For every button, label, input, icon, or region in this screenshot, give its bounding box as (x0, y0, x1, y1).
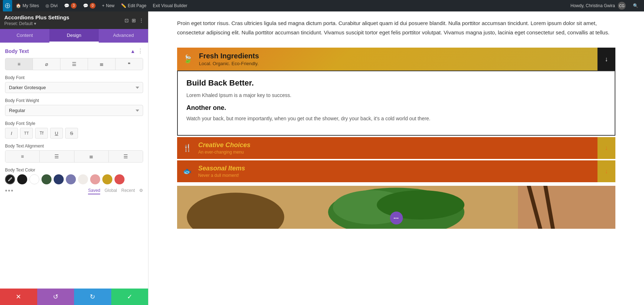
text-alignment-buttons: ≡ ☰ ≣ ☰ (5, 150, 143, 163)
tab-content[interactable]: Content (0, 29, 49, 43)
section-header: Body Text ▲ ⋮ (5, 48, 143, 54)
utensils-icon: 🍴 (183, 144, 192, 152)
user-greeting[interactable]: Howdy, Christina Gwira CG (568, 0, 629, 11)
accordion-title-seasonal: Seasonal Items (198, 165, 592, 172)
eyedropper-tool[interactable] (5, 174, 15, 184)
chat-bubble[interactable]: ••• (390, 212, 403, 224)
accordion-toggle-seasonal[interactable]: ↓ (597, 160, 615, 182)
text-align-right-button[interactable]: ≣ (74, 151, 109, 162)
plus-icon: + (102, 3, 104, 8)
more-dots[interactable]: ••• (5, 187, 14, 195)
more-colors: ••• (5, 187, 14, 195)
edit-page-button[interactable]: ✏️ Edit Page (118, 0, 149, 11)
recent-colors-tab[interactable]: Recent (121, 188, 135, 194)
align-center-button[interactable]: ☰ (60, 58, 88, 70)
underline-button[interactable]: U (50, 128, 63, 139)
italic-button[interactable]: I (5, 128, 18, 139)
text-align-center-button[interactable]: ☰ (40, 151, 74, 162)
admin-bar: 🏠 My Sites ◎ Divi 💬 3 💬 0 + New ✏️ Edit … (0, 0, 644, 11)
accordion-fresh-ingredients: 🍃 Fresh Ingredients Local. Organic. Eco-… (177, 48, 615, 136)
body-font-style-label: Body Font Style (5, 121, 143, 126)
color-tabs-container: ••• Saved Global Recent ⚙ (5, 187, 143, 195)
align-right-button[interactable]: ≣ (88, 58, 116, 70)
color-swatch-purple[interactable] (66, 174, 76, 184)
comment-icon: 💬 (64, 3, 69, 8)
saved-colors-tab[interactable]: Saved (88, 188, 100, 194)
align-left-button[interactable]: ≡ (5, 58, 33, 70)
accordion-title-area-fresh: 🍃 Fresh Ingredients Local. Organic. Eco-… (177, 48, 597, 71)
accordion-toggle-creative[interactable]: ↓ (597, 137, 615, 159)
activity-menu[interactable]: 💬 0 (80, 0, 98, 11)
all-caps-button[interactable]: TT (20, 128, 33, 139)
color-swatch-cream[interactable] (78, 174, 88, 184)
accordion-header-fresh[interactable]: 🍃 Fresh Ingredients Local. Organic. Eco-… (177, 48, 615, 71)
body-font-style-group: Body Font Style I TT Tf U S (5, 121, 143, 139)
food-image-container: ••• (177, 186, 615, 229)
global-colors-tab[interactable]: Global (104, 188, 117, 194)
accordion-body-fresh: Build Back Better. Lorem Khaled Ipsum is… (177, 71, 615, 136)
body-text-color-group: Body Text Color (5, 168, 143, 195)
color-swatch-black[interactable] (17, 174, 27, 184)
color-swatches (5, 174, 143, 184)
panel-header: Accordions Plus Settings Preset: Default… (0, 11, 148, 29)
settings-tabs: Content Design Advanced (0, 29, 148, 43)
panel-header-icons: ⊡ ⊞ ⋮ (125, 18, 144, 23)
accordion-header-creative[interactable]: 🍴 Creative Choices An ever-changing menu… (177, 137, 615, 159)
color-swatch-dark-blue[interactable] (54, 174, 64, 184)
section-title: Body Text (5, 48, 29, 54)
body-font-weight-select[interactable]: Regular (5, 105, 143, 116)
color-swatch-white[interactable] (29, 174, 39, 184)
new-menu[interactable]: + New (99, 0, 117, 11)
fish-icon: 🐟 (183, 167, 192, 175)
body-font-label: Body Font (5, 75, 143, 80)
edit-icon: ✏️ (121, 3, 126, 8)
divi-menu[interactable]: ◎ Divi (43, 0, 60, 11)
strikethrough-button[interactable]: S (65, 128, 78, 139)
minimize-icon[interactable]: ⊡ (125, 18, 129, 23)
svg-point-1 (8, 180, 9, 181)
settings-panel: Accordions Plus Settings Preset: Default… (0, 11, 148, 305)
color-tab-row: Saved Global Recent ⚙ (88, 188, 143, 194)
comments-menu[interactable]: 💬 3 (61, 0, 79, 11)
more-icon[interactable]: ⋮ (139, 18, 144, 23)
body-font-select[interactable]: Darker Grotesque (5, 82, 143, 93)
cancel-button[interactable]: ✕ (0, 289, 37, 305)
tab-advanced[interactable]: Advanced (99, 29, 148, 43)
intro-paragraph: Proin eget tortor risus. Cras ultricies … (148, 11, 644, 48)
exit-builder-button[interactable]: Exit Visual Builder (150, 0, 190, 11)
color-swatch-red[interactable] (114, 174, 125, 184)
color-settings-icon[interactable]: ⚙ (139, 188, 143, 194)
undo-button[interactable]: ↺ (37, 289, 74, 305)
my-sites-menu[interactable]: 🏠 My Sites (13, 0, 42, 11)
accordion-subtitle-seasonal: Never a dull moment! (198, 173, 592, 178)
accordion-body-title-2: Another one. (186, 104, 606, 112)
color-swatch-dark-green[interactable] (42, 174, 52, 184)
food-image: ••• (177, 186, 615, 229)
action-bar: ✕ ↺ ↻ ✓ (0, 289, 148, 305)
color-swatch-gold[interactable] (102, 174, 112, 184)
accordion-toggle-fresh[interactable]: ↓ (597, 48, 615, 71)
wordpress-logo[interactable] (3, 0, 12, 11)
svg-point-6 (377, 190, 464, 219)
save-button[interactable]: ✓ (111, 289, 148, 305)
align-link-button[interactable]: ⌀ (33, 58, 60, 70)
tab-design[interactable]: Design (49, 29, 99, 43)
activity-icon: 💬 (83, 3, 88, 8)
accordion-body-para-1: Lorem Khaled Ipsum is a major key to suc… (186, 91, 606, 99)
search-button[interactable]: 🔍 (630, 0, 641, 11)
color-swatch-pink[interactable] (90, 174, 100, 184)
text-align-left-button[interactable]: ≡ (5, 151, 40, 162)
expand-icon[interactable]: ⊞ (132, 18, 136, 23)
text-align-justify-button[interactable]: ☰ (109, 151, 143, 162)
section-options-icon[interactable]: ⋮ (137, 48, 143, 54)
accordion-subtitle-fresh: Local. Organic. Eco-Friendly. (199, 61, 592, 66)
redo-button[interactable]: ↻ (74, 289, 111, 305)
font-style-buttons: I TT Tf U S (5, 128, 143, 139)
panel-content: Body Text ▲ ⋮ ≡ ⌀ ☰ ≣ ❝ Body Font Darker… (0, 43, 148, 289)
collapse-icon[interactable]: ▲ (130, 48, 135, 54)
accordion-header-seasonal[interactable]: 🐟 Seasonal Items Never a dull moment! ↓ (177, 160, 615, 182)
body-text-alignment-group: Body Text Alignment ≡ ☰ ≣ ☰ (5, 144, 143, 163)
title-case-button[interactable]: Tf (35, 128, 48, 139)
section-icons: ▲ ⋮ (130, 48, 143, 54)
align-quote-button[interactable]: ❝ (116, 58, 143, 70)
